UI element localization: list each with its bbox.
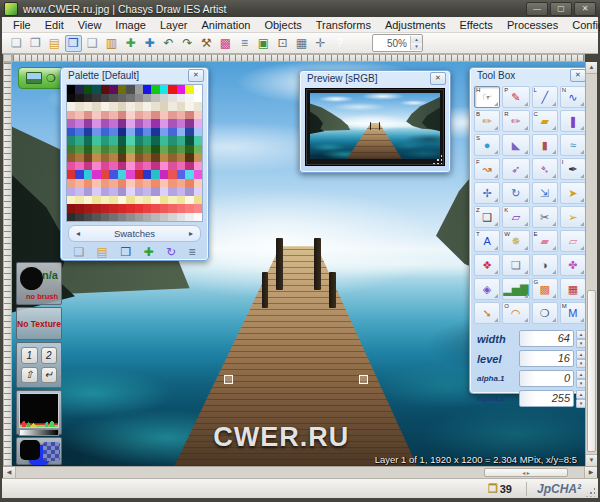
palette-color[interactable]: [151, 213, 159, 222]
palette-color[interactable]: [75, 153, 83, 162]
palette-color[interactable]: [109, 102, 117, 111]
palette-color[interactable]: [67, 179, 75, 188]
palette-color[interactable]: [75, 145, 83, 154]
palette-color[interactable]: [118, 94, 126, 103]
hand-tool[interactable]: H ☞: [474, 86, 500, 108]
palette-color[interactable]: [118, 102, 126, 111]
brush-slot-1-button[interactable]: 1: [21, 347, 38, 364]
palette-color[interactable]: [92, 162, 100, 171]
palette-color[interactable]: [109, 213, 117, 222]
palette-color[interactable]: [101, 94, 109, 103]
menu-item[interactable]: Effects: [452, 18, 499, 32]
freehand-tool[interactable]: F ↝: [474, 158, 500, 180]
palette-color[interactable]: [75, 111, 83, 120]
palette-color[interactable]: [143, 170, 151, 179]
palette-color[interactable]: [126, 196, 134, 205]
palette-color[interactable]: [160, 153, 168, 162]
palette-color[interactable]: [126, 153, 134, 162]
palette-color[interactable]: [101, 187, 109, 196]
palette-color[interactable]: [109, 204, 117, 213]
palette-color[interactable]: [160, 94, 168, 103]
palette-color[interactable]: [67, 128, 75, 137]
palette-color[interactable]: [92, 153, 100, 162]
palette-color[interactable]: [185, 196, 193, 205]
save-button[interactable]: ❒: [65, 35, 82, 52]
move-object-tool[interactable]: ✢: [474, 182, 500, 204]
palette-color[interactable]: [75, 162, 83, 171]
palette-color[interactable]: [84, 162, 92, 171]
toolbox-title-bar[interactable]: Tool Box ✕: [470, 68, 590, 83]
palette-color[interactable]: [177, 119, 185, 128]
palette-color[interactable]: [143, 136, 151, 145]
palette-color[interactable]: [101, 128, 109, 137]
palette-color[interactable]: [194, 153, 202, 162]
palette-color[interactable]: [135, 119, 143, 128]
menu-item[interactable]: Processes: [500, 18, 565, 32]
menu-item[interactable]: Image: [108, 18, 153, 32]
palette-color[interactable]: [101, 179, 109, 188]
palette-color[interactable]: [126, 85, 134, 94]
palette-color[interactable]: [185, 128, 193, 137]
palette-color[interactable]: [126, 102, 134, 111]
palette-color[interactable]: [109, 162, 117, 171]
vertical-scroll-thumb[interactable]: [587, 290, 596, 452]
copy-button[interactable]: ❑: [84, 35, 101, 52]
effect-brush-tool[interactable]: R ✏: [502, 110, 529, 132]
palette-color[interactable]: [168, 196, 176, 205]
palette-color[interactable]: [185, 94, 193, 103]
palette-color[interactable]: [118, 213, 126, 222]
palette-color[interactable]: [177, 111, 185, 120]
histogram-panel[interactable]: [16, 390, 62, 435]
text-tool[interactable]: T A: [474, 230, 500, 252]
palette-color[interactable]: [135, 85, 143, 94]
palette-color[interactable]: [194, 170, 202, 179]
palette-color[interactable]: [143, 196, 151, 205]
palette-color[interactable]: [84, 102, 92, 111]
palette-color[interactable]: [151, 196, 159, 205]
palette-color[interactable]: [135, 170, 143, 179]
background-eraser-tool[interactable]: ▱: [560, 230, 586, 252]
palette-color[interactable]: [160, 204, 168, 213]
palette-color[interactable]: [101, 213, 109, 222]
palette-color[interactable]: [177, 128, 185, 137]
palette-color[interactable]: [75, 196, 83, 205]
palette-color[interactable]: [135, 145, 143, 154]
palette-color[interactable]: [118, 179, 126, 188]
palette-color[interactable]: [194, 213, 202, 222]
palette-color[interactable]: [143, 187, 151, 196]
palette-color[interactable]: [168, 85, 176, 94]
palette-color[interactable]: [151, 153, 159, 162]
palette-color[interactable]: [168, 162, 176, 171]
minimize-button[interactable]: —: [526, 2, 548, 16]
palette-color[interactable]: [109, 145, 117, 154]
palette-color[interactable]: [168, 111, 176, 120]
palette-color[interactable]: [84, 153, 92, 162]
palette-color[interactable]: [118, 204, 126, 213]
palette-color[interactable]: [109, 153, 117, 162]
palette-color[interactable]: [151, 179, 159, 188]
color-fill-tool[interactable]: ✤: [560, 254, 586, 276]
close-button[interactable]: ✕: [574, 2, 596, 16]
palette-color[interactable]: [92, 179, 100, 188]
zoom-down-icon[interactable]: ▾: [411, 43, 422, 50]
palette-color[interactable]: [92, 196, 100, 205]
palette-color[interactable]: [160, 145, 168, 154]
palette-color[interactable]: [84, 128, 92, 137]
scroll-down-icon[interactable]: ▼: [586, 454, 597, 466]
palette-color[interactable]: [109, 170, 117, 179]
palette-color[interactable]: [118, 111, 126, 120]
foreground-color-swatch[interactable]: [20, 440, 40, 460]
palette-color[interactable]: [101, 119, 109, 128]
palette-color[interactable]: [160, 179, 168, 188]
palette-color[interactable]: [168, 119, 176, 128]
palette-color[interactable]: [168, 213, 176, 222]
redo-button[interactable]: ↷: [179, 35, 196, 52]
palette-color[interactable]: [194, 162, 202, 171]
palette-color[interactable]: [75, 85, 83, 94]
palette-color[interactable]: [143, 153, 151, 162]
ink-pen-tool[interactable]: I ✒: [560, 158, 586, 180]
palette-color[interactable]: [160, 85, 168, 94]
palette-color[interactable]: [135, 128, 143, 137]
palette-color[interactable]: [160, 102, 168, 111]
palette-color[interactable]: [84, 179, 92, 188]
